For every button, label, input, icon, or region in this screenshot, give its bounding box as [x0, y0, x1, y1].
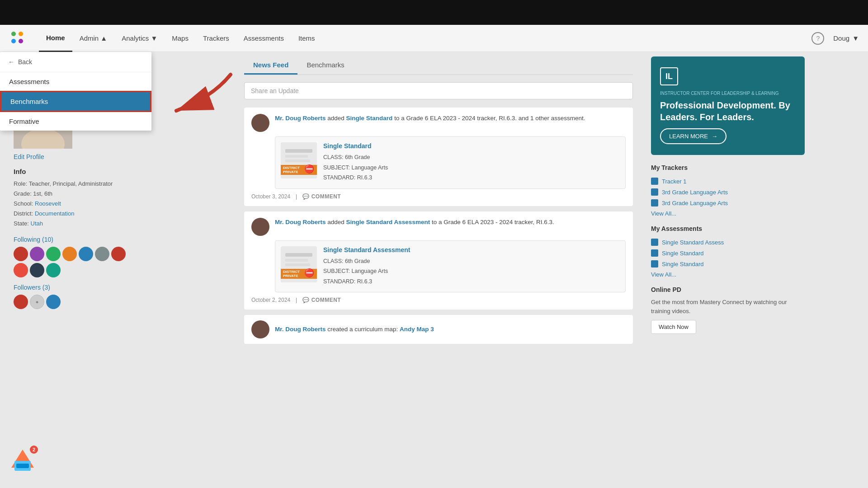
back-button[interactable]: ← Back	[0, 52, 151, 72]
feed-avatar	[251, 320, 269, 338]
nav-trackers[interactable]: Trackers	[196, 25, 236, 52]
assessment-icon	[651, 249, 658, 257]
online-pd-description: Get the most from Mastery Connect by wat…	[651, 298, 805, 315]
trackers-view-all[interactable]: View All...	[651, 210, 805, 217]
assessment-link[interactable]: Single Standard	[662, 261, 704, 267]
dropdown-benchmarks[interactable]: Benchmarks	[0, 91, 151, 112]
tracker-icon	[651, 188, 658, 196]
avatar[interactable]	[46, 295, 61, 309]
back-label: Back	[18, 58, 32, 66]
assessment-link[interactable]: Single Standard	[662, 250, 704, 257]
feed-user-link[interactable]: Mr. Doug Roberts	[275, 326, 326, 333]
feed-footer: October 2, 2024 | 💬 COMMENT	[251, 297, 626, 303]
tracker-item: Tracker 1	[651, 176, 805, 187]
avatar-placeholder[interactable]: ●	[30, 295, 44, 309]
nav-right: ? Doug ▼	[811, 32, 859, 45]
avatar[interactable]	[30, 263, 44, 277]
navigation: Home Admin ▲ Analytics ▼ Maps Trackers A…	[0, 25, 868, 52]
feed-item-link[interactable]: Single Standard	[346, 115, 393, 122]
tab-benchmarks[interactable]: Benchmarks	[297, 56, 353, 75]
tab-news-feed[interactable]: News Feed	[244, 56, 297, 75]
nav-analytics[interactable]: Analytics ▼	[114, 25, 165, 52]
dropdown-assessments[interactable]: Assessments	[0, 72, 151, 91]
logo[interactable]	[9, 29, 25, 47]
user-menu[interactable]: Doug ▼	[833, 34, 859, 42]
feed-item: Mr. Doug Roberts created a curriculum ma…	[244, 315, 633, 344]
svg-rect-14	[285, 253, 312, 257]
nav-items[interactable]: Items	[291, 25, 322, 52]
state-link[interactable]: Utah	[31, 220, 43, 227]
tracker-link[interactable]: 3rd Grade Language Arts	[662, 200, 728, 206]
ad-logo: IL	[660, 67, 678, 85]
feed-date: October 2, 2024	[251, 297, 290, 303]
assessment-icon	[651, 239, 658, 246]
assessment-link[interactable]: Single Standard Assess	[662, 239, 724, 246]
dropdown-formative[interactable]: Formative	[0, 112, 151, 131]
badge-count: 2	[30, 446, 38, 454]
follower-avatars: ●	[14, 295, 222, 309]
svg-rect-16	[285, 263, 310, 266]
feed-map-link[interactable]: Andy Map 3	[400, 326, 434, 333]
feed-user-link[interactable]: Mr. Doug Roberts	[275, 115, 326, 122]
avatar[interactable]	[14, 247, 28, 261]
chevron-down-icon: ▼	[852, 34, 859, 42]
feed-date: October 3, 2024	[251, 193, 290, 200]
ad-banner: IL INSTRUCTOR CENTER FOR LEADERSHIP & LE…	[651, 56, 805, 155]
tracker-link[interactable]: Tracker 1	[662, 178, 686, 185]
avatar[interactable]	[111, 247, 126, 261]
school-link[interactable]: Roosevelt	[35, 200, 61, 207]
followers-section: Followers (3) ●	[14, 284, 222, 309]
help-button[interactable]: ?	[811, 32, 824, 45]
avatar[interactable]	[62, 247, 77, 261]
comment-button[interactable]: 💬 COMMENT	[302, 193, 341, 200]
edit-profile-link[interactable]: Edit Profile	[14, 153, 222, 160]
assessment-subject: SUBJECT: Language Arts	[323, 266, 410, 277]
assessment-title[interactable]: Single Standard	[323, 142, 388, 150]
avatar[interactable]	[46, 247, 61, 261]
avatar[interactable]	[46, 263, 61, 277]
nav-assessments[interactable]: Assessments	[236, 25, 291, 52]
right-panel: IL INSTRUCTOR CENTER FOR LEADERSHIP & LE…	[642, 52, 814, 488]
online-pd-title: Online PD	[651, 286, 805, 293]
assessment-info: Single Standard CLASS: 6th Grade SUBJECT…	[323, 142, 388, 183]
feed-user-link[interactable]: Mr. Doug Roberts	[275, 219, 326, 225]
nav-maps[interactable]: Maps	[165, 25, 196, 52]
assessment-class: CLASS: 6th Grade	[323, 256, 410, 267]
assessment-thumbnail: DISTRICT PRIVATE ⛔	[281, 246, 317, 282]
nav-admin[interactable]: Admin ▲	[72, 25, 115, 52]
assessment-subject: SUBJECT: Language Arts	[323, 163, 388, 173]
tracker-item: 3rd Grade Language Arts	[651, 197, 805, 208]
assessment-title[interactable]: Single Standard Assessment	[323, 246, 410, 253]
feed-tabs: News Feed Benchmarks	[244, 56, 633, 75]
watch-now-button[interactable]: Watch Now	[651, 320, 696, 334]
bottom-badge[interactable]: 2	[9, 447, 36, 474]
profile-district: District: Documentation	[14, 209, 222, 219]
district-link[interactable]: Documentation	[35, 210, 74, 217]
followers-title: Followers (3)	[14, 284, 222, 291]
svg-point-0	[11, 32, 16, 36]
assessment-item: Single Standard	[651, 248, 805, 258]
nav-home[interactable]: Home	[39, 25, 72, 52]
ad-title: Professional Development. By Leaders. Fo…	[660, 99, 796, 123]
tracker-link[interactable]: 3rd Grade Language Arts	[662, 189, 728, 196]
assessment-info: Single Standard Assessment CLASS: 6th Gr…	[323, 246, 410, 287]
share-update-input[interactable]: Share an Update	[244, 82, 633, 99]
top-bar	[0, 0, 868, 25]
assessment-class: CLASS: 6th Grade	[323, 152, 388, 163]
comment-button[interactable]: 💬 COMMENT	[302, 297, 341, 303]
no-sign-icon: ⛔	[304, 268, 314, 278]
feed-item-link[interactable]: Single Standard Assessment	[346, 219, 430, 225]
feed-text: Mr. Doug Roberts created a curriculum ma…	[275, 325, 434, 334]
learn-more-button[interactable]: LEARN MORE →	[660, 128, 726, 144]
avatar[interactable]	[30, 247, 44, 261]
avatar[interactable]	[95, 247, 109, 261]
avatar[interactable]	[14, 263, 28, 277]
assessment-card: DISTRICT PRIVATE ⛔ Single Standard Asses…	[275, 240, 626, 293]
avatar[interactable]	[14, 295, 28, 309]
avatar[interactable]	[79, 247, 93, 261]
assessments-view-all[interactable]: View All...	[651, 271, 805, 278]
user-name: Doug	[833, 34, 849, 42]
back-arrow-icon: ←	[8, 58, 14, 66]
profile-school: School: Roosevelt	[14, 199, 222, 209]
tracker-item: 3rd Grade Language Arts	[651, 187, 805, 197]
